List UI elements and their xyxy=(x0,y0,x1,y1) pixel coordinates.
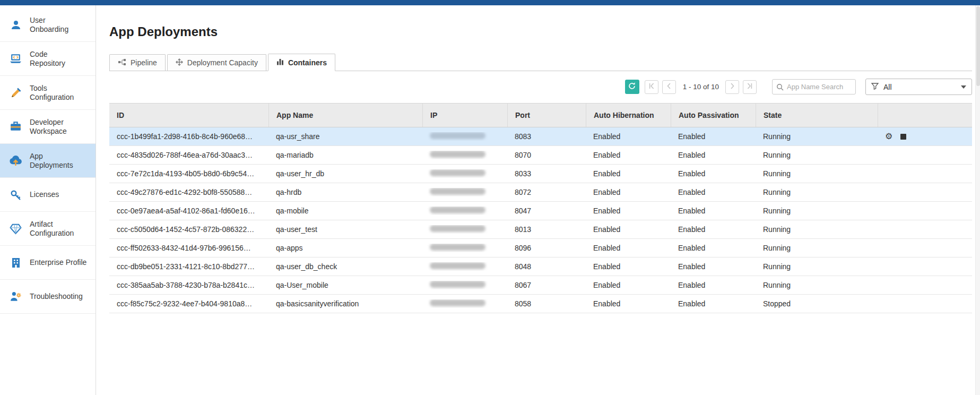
cell-id: ccc-385aa5ab-3788-4230-b78a-b2841c… xyxy=(109,281,268,289)
cell-auto-hibernation: Enabled xyxy=(586,225,671,234)
search-input[interactable] xyxy=(772,79,856,95)
tab-label: Deployment Capacity xyxy=(187,58,258,67)
filter-select[interactable]: All xyxy=(865,79,972,95)
cell-ip xyxy=(422,132,507,141)
first-page-button[interactable] xyxy=(645,80,658,94)
sidebar-item-troubleshooting[interactable]: Troubleshooting xyxy=(0,280,96,314)
cell-auto-hibernation: Enabled xyxy=(586,244,671,252)
cell-app-name: qa-user_test xyxy=(268,225,422,234)
cell-ip xyxy=(422,169,507,178)
redacted-ip-value xyxy=(430,281,485,288)
table-row[interactable]: ccc-db9be051-2331-4121-8c10-8bd277…qa-us… xyxy=(109,257,972,276)
cell-port: 8058 xyxy=(507,299,586,308)
cell-app-name: qa-user_db_check xyxy=(268,262,422,271)
sidebar-item-label: Developer Workspace xyxy=(30,118,67,136)
previous-page-icon xyxy=(665,82,673,92)
cell-ip xyxy=(422,188,507,196)
column-header-auto-passivation: Auto Passivation xyxy=(671,104,756,127)
cell-ip xyxy=(422,207,507,215)
sidebar-item-developer-workspace[interactable]: Developer Workspace xyxy=(0,110,96,144)
cell-ip xyxy=(422,225,507,234)
sidebar-item-licenses[interactable]: Licenses xyxy=(0,178,96,212)
last-page-icon xyxy=(746,82,753,92)
troubleshooting-icon xyxy=(8,289,23,304)
table-body: ccc-1b499fa1-2d98-416b-8c4b-960e68…qa-us… xyxy=(109,127,972,313)
chevron-down-icon xyxy=(961,85,966,89)
sidebar-item-label: Artifact Configuration xyxy=(30,220,74,238)
cell-ip xyxy=(422,281,507,289)
table-row[interactable]: ccc-f85c75c2-9232-4ee7-b404-9810a8…qa-ba… xyxy=(109,295,972,313)
sidebar-item-tools-configuration[interactable]: Tools Configuration xyxy=(0,76,96,110)
cell-auto-passivation: Enabled xyxy=(671,132,756,141)
settings-gear-icon[interactable]: ⚙ xyxy=(885,132,892,141)
cell-auto-passivation: Enabled xyxy=(671,244,756,252)
cell-port: 8013 xyxy=(507,225,586,234)
tab-containers[interactable]: Containers xyxy=(268,54,335,71)
top-navigation-bar xyxy=(0,0,980,5)
key-icon xyxy=(8,187,23,202)
sidebar-item-user-onboarding[interactable]: User Onboarding xyxy=(0,8,96,42)
redacted-ip-value xyxy=(430,132,485,139)
sidebar-item-artifact-configuration[interactable]: Artifact Configuration xyxy=(0,212,96,246)
cell-auto-hibernation: Enabled xyxy=(586,207,671,215)
column-header-ip: IP xyxy=(422,104,507,127)
column-header-id: ID xyxy=(109,104,268,127)
cell-id: ccc-1b499fa1-2d98-416b-8c4b-960e68… xyxy=(109,132,268,141)
previous-page-button[interactable] xyxy=(662,80,676,94)
cell-app-name: qa-User_mobile xyxy=(268,281,422,289)
cell-app-name: qa-mobile xyxy=(268,207,422,215)
cell-port: 8033 xyxy=(507,169,586,178)
table-row[interactable]: ccc-ff502633-8432-41d4-97b6-996156…qa-ap… xyxy=(109,239,972,257)
tab-pipeline[interactable]: Pipeline xyxy=(109,54,166,71)
redacted-ip-value xyxy=(430,299,485,306)
table-row[interactable]: ccc-0e97aea4-a5af-4102-86a1-fd60e16…qa-m… xyxy=(109,202,972,220)
next-page-button[interactable] xyxy=(725,80,739,94)
cell-auto-hibernation: Enabled xyxy=(586,132,671,141)
cell-auto-hibernation: Enabled xyxy=(586,151,671,159)
building-icon xyxy=(8,255,23,270)
cell-state: Running xyxy=(756,281,878,289)
scrollbar[interactable] xyxy=(975,5,980,395)
code-repository-icon xyxy=(8,51,23,66)
cell-state: Running xyxy=(756,244,878,252)
tab-label: Containers xyxy=(288,58,327,67)
cell-auto-passivation: Enabled xyxy=(671,225,756,234)
cell-state: Running xyxy=(756,132,878,141)
tab-deployment-capacity[interactable]: Deployment Capacity xyxy=(167,54,266,71)
artifact-icon xyxy=(8,221,23,236)
table-row[interactable]: ccc-385aa5ab-3788-4230-b78a-b2841c…qa-Us… xyxy=(109,276,972,295)
sidebar-item-code-repository[interactable]: Code Repository xyxy=(0,42,96,76)
refresh-icon xyxy=(628,82,636,92)
user-icon xyxy=(8,18,23,32)
cell-auto-passivation: Enabled xyxy=(671,151,756,159)
last-page-button[interactable] xyxy=(743,80,757,94)
stop-icon[interactable] xyxy=(900,134,906,140)
table-row[interactable]: ccc-1b499fa1-2d98-416b-8c4b-960e68…qa-us… xyxy=(109,127,972,146)
cell-state: Running xyxy=(756,151,878,159)
cell-auto-passivation: Enabled xyxy=(671,299,756,308)
cell-auto-passivation: Enabled xyxy=(671,281,756,289)
cell-auto-hibernation: Enabled xyxy=(586,169,671,178)
sidebar-item-label: Code Repository xyxy=(30,50,65,68)
table-row[interactable]: ccc-49c27876-ed1c-4292-b0f8-550588…qa-hr… xyxy=(109,183,972,202)
next-page-icon xyxy=(729,82,736,92)
redacted-ip-value xyxy=(430,169,485,176)
cell-state: Stopped xyxy=(756,299,878,308)
cell-ip xyxy=(422,262,507,271)
redacted-ip-value xyxy=(430,244,485,251)
sidebar-item-app-deployments[interactable]: App Deployments xyxy=(0,144,96,178)
sidebar-item-label: Troubleshooting xyxy=(30,292,83,301)
sidebar-item-label: Licenses xyxy=(30,190,59,199)
cell-id: ccc-0e97aea4-a5af-4102-86a1-fd60e16… xyxy=(109,207,268,215)
table-row[interactable]: ccc-7e72c1da-4193-4b05-b8d0-6b9c54…qa-us… xyxy=(109,165,972,183)
table-row[interactable]: ccc-4835d026-788f-46ea-a76d-30aac3…qa-ma… xyxy=(109,146,972,165)
containers-table: ID App Name IP Port Auto Hibernation Aut… xyxy=(109,103,972,313)
cell-app-name: qa-mariadb xyxy=(268,151,422,159)
tools-configuration-icon xyxy=(8,85,23,100)
refresh-button[interactable] xyxy=(625,80,639,94)
sidebar-item-enterprise-profile[interactable]: Enterprise Profile xyxy=(0,246,96,280)
redacted-ip-value xyxy=(430,225,485,232)
scrollbar-thumb[interactable] xyxy=(976,6,980,86)
table-row[interactable]: ccc-c5050d64-1452-4c57-872b-086322…qa-us… xyxy=(109,220,972,239)
column-header-port: Port xyxy=(507,104,586,127)
